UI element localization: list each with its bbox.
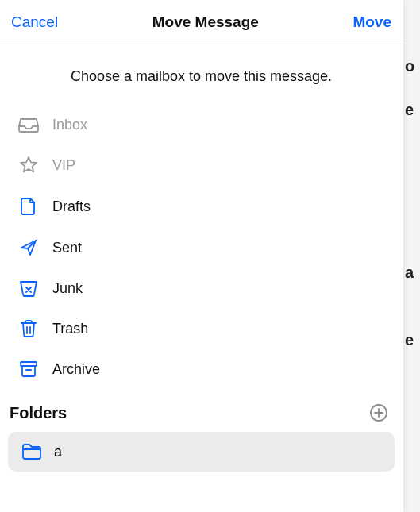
mailbox-label: Inbox — [52, 117, 87, 133]
bg-text-fragment: e — [403, 99, 420, 262]
mailbox-trash[interactable]: Trash — [0, 308, 403, 349]
prompt-text: Choose a mailbox to move this message. — [0, 44, 403, 106]
navbar: Cancel Move Message Move — [0, 0, 403, 44]
add-folder-button[interactable] — [369, 403, 388, 422]
mailbox-label: Sent — [52, 240, 82, 256]
folder-item-a[interactable]: a — [8, 432, 395, 472]
plus-circle-icon — [369, 403, 388, 422]
content-scroll[interactable]: Choose a mailbox to move this message. I… — [0, 44, 403, 512]
svg-rect-0 — [21, 362, 37, 366]
bg-text-fragment: o — [403, 56, 420, 99]
mailbox-label: Drafts — [52, 198, 91, 215]
mailbox-label: Junk — [52, 280, 83, 297]
mailbox-label: Archive — [52, 361, 100, 378]
mailbox-junk[interactable]: Junk — [0, 268, 403, 308]
mailbox-vip: VIP — [0, 144, 403, 186]
send-icon — [17, 238, 40, 257]
bg-text-fragment: e — [403, 329, 420, 373]
move-message-sheet: Cancel Move Message Move Choose a mailbo… — [0, 0, 403, 512]
page-title: Move Message — [152, 13, 259, 31]
mailbox-label: VIP — [52, 157, 75, 174]
mailbox-label: Trash — [52, 321, 88, 337]
mailbox-sent[interactable]: Sent — [0, 227, 403, 268]
bg-text-fragment: a — [403, 262, 420, 329]
file-icon — [17, 197, 40, 216]
mailbox-list: Inbox VIP Drafts — [0, 106, 403, 389]
folder-icon — [21, 443, 43, 460]
mailbox-drafts[interactable]: Drafts — [0, 186, 403, 227]
archive-icon — [17, 360, 40, 378]
background-content: o e a e — [403, 0, 420, 512]
inbox-icon — [17, 117, 40, 133]
trash-icon — [17, 319, 40, 338]
junk-icon — [17, 279, 40, 297]
mailbox-inbox: Inbox — [0, 106, 403, 144]
star-icon — [17, 156, 40, 175]
folder-label: a — [54, 444, 62, 460]
folders-title: Folders — [10, 404, 67, 422]
folders-section-header: Folders — [0, 389, 403, 430]
mailbox-archive[interactable]: Archive — [0, 349, 403, 389]
move-button[interactable]: Move — [353, 13, 391, 31]
cancel-button[interactable]: Cancel — [11, 13, 58, 31]
